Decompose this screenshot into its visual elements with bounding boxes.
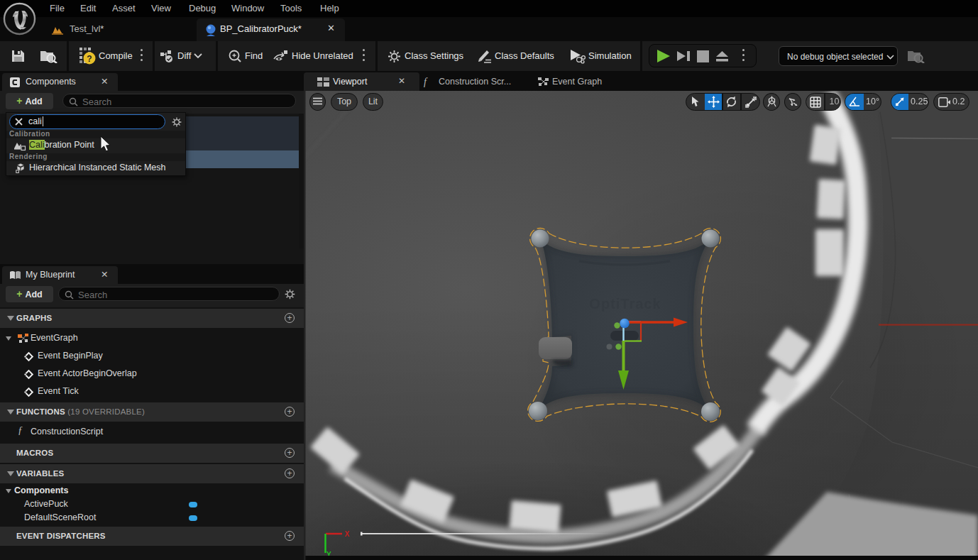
svg-text:?: ? <box>87 54 92 64</box>
svg-text:OptiTrack: OptiTrack <box>589 296 661 312</box>
svg-text:X: X <box>345 530 350 538</box>
